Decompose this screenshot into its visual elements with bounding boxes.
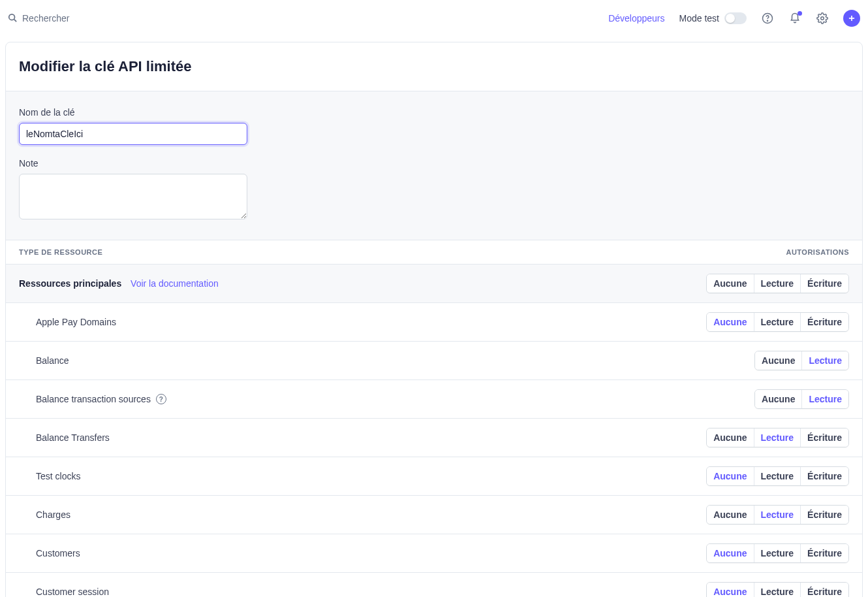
svg-line-1: [14, 19, 17, 22]
test-mode-label: Mode test: [679, 13, 719, 24]
resource-name: Charges: [36, 509, 70, 520]
svg-point-4: [821, 17, 824, 20]
topbar-right: Développeurs Mode test: [608, 10, 860, 27]
notifications-icon[interactable]: [788, 12, 801, 25]
settings-icon[interactable]: [816, 12, 829, 25]
perm-write[interactable]: Écriture: [800, 467, 848, 485]
permission-group: AucuneLectureÉcriture: [706, 466, 849, 486]
resource-name: Customers: [36, 548, 80, 558]
perm-read[interactable]: Lecture: [754, 313, 801, 331]
help-icon[interactable]: [761, 12, 774, 25]
perm-write[interactable]: Écriture: [800, 428, 848, 447]
section-permission-group: Aucune Lecture Écriture: [706, 274, 849, 293]
resource-name: Balance: [36, 355, 69, 366]
perm-none[interactable]: Aucune: [707, 506, 753, 524]
test-mode-toggle[interactable]: [724, 12, 747, 24]
resource-row: Apple Pay DomainsAucuneLectureÉcriture: [6, 303, 862, 342]
resource-name-text: Apple Pay Domains: [36, 317, 116, 327]
permission-group: AucuneLectureÉcriture: [706, 582, 849, 597]
info-icon[interactable]: ?: [156, 394, 166, 404]
page-title: Modifier la clé API limitée: [19, 58, 849, 75]
perm-none[interactable]: Aucune: [707, 544, 753, 562]
test-mode-control: Mode test: [679, 12, 747, 24]
resource-name-text: Charges: [36, 509, 70, 520]
permission-group: AucuneLecture: [754, 389, 849, 409]
resource-row: Balance transaction sources?AucuneLectur…: [6, 380, 862, 419]
perm-none[interactable]: Aucune: [755, 390, 801, 408]
svg-point-0: [9, 14, 15, 20]
perm-write[interactable]: Écriture: [800, 544, 848, 562]
permission-group: AucuneLectureÉcriture: [706, 312, 849, 332]
col-permissions: AUTORISATIONS: [786, 248, 849, 256]
perm-read[interactable]: Lecture: [754, 467, 801, 485]
card-header: Modifier la clé API limitée: [6, 42, 862, 91]
global-search[interactable]: Rechercher: [8, 13, 608, 24]
permission-group: AucuneLectureÉcriture: [706, 505, 849, 524]
resource-row: CustomersAucuneLectureÉcriture: [6, 534, 862, 573]
main-card: Modifier la clé API limitée Nom de la cl…: [5, 42, 863, 597]
perm-none[interactable]: Aucune: [707, 583, 753, 597]
svg-point-3: [767, 20, 767, 21]
resource-name-text: Customer session: [36, 587, 109, 597]
developers-link[interactable]: Développeurs: [608, 13, 664, 24]
resource-name-text: Balance: [36, 355, 69, 366]
perm-read[interactable]: Lecture: [754, 583, 801, 597]
resource-name-text: Test clocks: [36, 471, 80, 481]
resource-name: Balance Transfers: [36, 432, 110, 443]
resource-row: Balance TransfersAucuneLectureÉcriture: [6, 419, 862, 457]
perm-none[interactable]: Aucune: [707, 467, 753, 485]
permission-group: AucuneLecture: [754, 351, 849, 370]
perm-none[interactable]: Aucune: [755, 351, 801, 370]
note-textarea[interactable]: [19, 174, 247, 219]
perm-none[interactable]: Aucune: [707, 313, 753, 331]
resource-name-text: Customers: [36, 548, 80, 558]
section-perm-write[interactable]: Écriture: [800, 274, 848, 293]
perm-write[interactable]: Écriture: [800, 313, 848, 331]
key-name-input[interactable]: [19, 123, 247, 145]
perm-read[interactable]: Lecture: [801, 351, 848, 370]
create-button[interactable]: [843, 10, 860, 27]
note-label: Note: [19, 158, 849, 169]
perm-none[interactable]: Aucune: [707, 428, 753, 447]
col-resource-type: TYPE DE RESSOURCE: [19, 248, 102, 256]
section-title: Ressources principales: [19, 278, 121, 289]
resource-name: Test clocks: [36, 471, 80, 481]
resource-name-text: Balance transaction sources: [36, 394, 151, 404]
permission-group: AucuneLectureÉcriture: [706, 543, 849, 563]
perm-write[interactable]: Écriture: [800, 506, 848, 524]
search-icon: [8, 13, 17, 24]
section-perm-read[interactable]: Lecture: [754, 274, 801, 293]
documentation-link[interactable]: Voir la documentation: [131, 278, 219, 289]
form-section: Nom de la clé Note: [6, 91, 862, 240]
resource-name: Apple Pay Domains: [36, 317, 116, 327]
notification-dot: [798, 11, 802, 16]
perm-read[interactable]: Lecture: [754, 428, 801, 447]
permissions-table-header: TYPE DE RESSOURCE AUTORISATIONS: [6, 240, 862, 265]
resource-name-text: Balance Transfers: [36, 432, 110, 443]
resource-row: ChargesAucuneLectureÉcriture: [6, 496, 862, 534]
resource-row: BalanceAucuneLecture: [6, 342, 862, 380]
resource-name: Balance transaction sources?: [36, 394, 166, 404]
topbar: Rechercher Développeurs Mode test: [0, 0, 868, 37]
permission-group: AucuneLectureÉcriture: [706, 428, 849, 447]
section-perm-none[interactable]: Aucune: [707, 274, 753, 293]
key-name-label: Nom de la clé: [19, 107, 849, 118]
perm-write[interactable]: Écriture: [800, 583, 848, 597]
resource-list: Apple Pay DomainsAucuneLectureÉcritureBa…: [6, 303, 862, 597]
perm-read[interactable]: Lecture: [754, 506, 801, 524]
resource-row: Test clocksAucuneLectureÉcriture: [6, 457, 862, 496]
section-core-resources: Ressources principales Voir la documenta…: [6, 265, 862, 303]
resource-row: Customer sessionAucuneLectureÉcriture: [6, 573, 862, 597]
perm-read[interactable]: Lecture: [754, 544, 801, 562]
search-placeholder: Rechercher: [22, 13, 69, 24]
perm-read[interactable]: Lecture: [801, 390, 848, 408]
resource-name: Customer session: [36, 587, 109, 597]
